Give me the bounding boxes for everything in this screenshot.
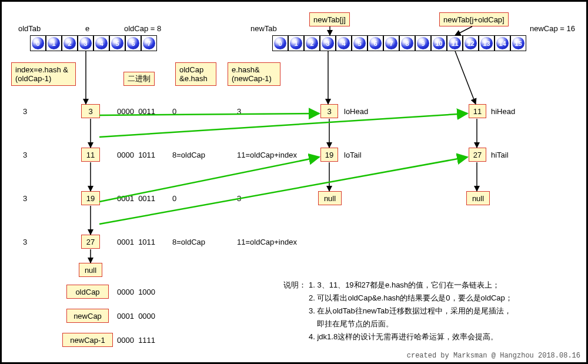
newtab-ball: 2 (306, 37, 318, 49)
box-binary: 二进制 (123, 72, 155, 86)
newtab-ball: 0 (274, 37, 286, 49)
note-line: 即挂在尾节点的后面。 (309, 319, 393, 329)
box-newcap-bottom: newCap (66, 309, 109, 323)
label-oldcap-bin: 0000 1000 (117, 288, 155, 296)
box-oldcap-bottom: oldCap (66, 285, 109, 299)
oldtab-bucket: 2 (62, 35, 78, 51)
newtab-bucket: 8 (399, 35, 415, 51)
oldtab-ball: 3 (79, 37, 92, 49)
note-line: 1. 3、11、19和27都是e.hash的值，它们在一条链表上； (309, 280, 500, 290)
oldtab-bucket: 4 (93, 35, 109, 51)
chain-new-result: 3 (237, 194, 241, 203)
newtab-bucket: 13 (479, 35, 495, 51)
label-hitail: hiTail (491, 151, 509, 159)
label-e: e (85, 24, 89, 33)
newtab-ball: 11 (449, 37, 461, 49)
box-ehash-newcap: e.hash& (newCap-1) (228, 62, 280, 86)
oldtab-ball: 1 (48, 37, 60, 49)
chain-index: 3 (23, 107, 27, 116)
oldtab-buckets: 01234567 (30, 35, 157, 51)
chain-oldcap-result: 8=oldCap (172, 238, 205, 246)
oldtab-bucket: 3 (78, 35, 93, 51)
oldtab-ball: 6 (127, 37, 139, 49)
label-lohead: loHead (344, 107, 368, 116)
newtab-bucket: 9 (415, 35, 431, 51)
newtab-bucket: 7 (383, 35, 399, 51)
box-newtab-j: newTab[j] (309, 12, 350, 26)
label-newtab: newTab (250, 24, 277, 33)
box-index-expr: index=e.hash &(oldCap-1) (11, 62, 76, 86)
hi-null: null (466, 191, 490, 205)
oldtab-bucket: 0 (30, 35, 46, 51)
note-line: 4. jdk1.8这样的设计无需再进行哈希运算，效率会提高。 (309, 332, 498, 342)
newtab-ball: 1 (290, 37, 302, 49)
newtab-bucket: 12 (463, 35, 479, 51)
chain-index: 3 (23, 194, 27, 203)
chain-index: 3 (23, 238, 27, 246)
svg-line-15 (99, 113, 467, 137)
oldtab-bucket: 5 (109, 35, 125, 51)
newtab-buckets: 0123456789101112131415 (272, 35, 526, 51)
chain-oldcap-result: 0 (172, 194, 176, 203)
chain-new-result: 11=oldCap+index (237, 151, 297, 159)
newtab-ball: 8 (401, 37, 413, 49)
label-hihead: hiHead (491, 107, 515, 116)
newtab-ball: 15 (512, 37, 524, 49)
newtab-ball: 3 (322, 37, 334, 49)
lo-null: null (318, 191, 342, 205)
oldtab-ball: 5 (111, 37, 123, 49)
oldtab-bucket: 6 (125, 35, 141, 51)
newtab-bucket: 14 (495, 35, 510, 51)
label-lotail: loTail (344, 151, 362, 159)
diagram-canvas: oldTab e oldCap = 8 newTab newTab[j] new… (0, 0, 588, 364)
chain-binary: 0000 0011 (117, 107, 155, 116)
chain-binary: 0000 1011 (117, 151, 155, 159)
chain-index: 3 (23, 151, 27, 159)
newtab-ball: 12 (465, 37, 477, 49)
newtab-bucket: 0 (272, 35, 288, 51)
note-line: 2. 可以看出oldCap&e.hash的结果要么是0，要么是oldCap； (309, 293, 513, 303)
hi-node-2: 27 (469, 148, 486, 162)
newtab-bucket: 10 (431, 35, 447, 51)
hi-node-1: 11 (469, 104, 486, 118)
chain-node: 27 (81, 235, 100, 249)
oldtab-ball: 2 (64, 37, 76, 49)
label-newcap-bin: 0001 0000 (117, 312, 155, 320)
chain-new-result: 3 (237, 107, 241, 116)
newtab-ball: 5 (353, 37, 366, 49)
chain-new-result: 11=oldCap+index (237, 238, 297, 246)
newtab-bucket: 11 (447, 35, 463, 51)
oldtab-bucket: 7 (141, 35, 157, 51)
newtab-bucket: 15 (510, 35, 526, 51)
svg-line-16 (99, 157, 467, 224)
box-oldcap-ehash: oldCap &e.hash (175, 62, 216, 86)
newtab-bucket: 6 (368, 35, 383, 51)
chain-node: 19 (81, 191, 100, 205)
chain-binary: 0001 0011 (117, 194, 155, 203)
newtab-ball: 4 (338, 37, 350, 49)
newtab-ball: 9 (417, 37, 429, 49)
oldtab-ball: 7 (143, 37, 155, 49)
newtab-bucket: 5 (352, 35, 368, 51)
newtab-ball: 6 (369, 37, 382, 49)
newtab-bucket: 3 (320, 35, 336, 51)
chain-null: null (79, 263, 102, 277)
chain-oldcap-result: 8=oldCap (172, 151, 205, 159)
label-oldcap: oldCap = 8 (124, 24, 161, 33)
box-newtab-j-oldcap: newTab[j+oldCap] (439, 12, 509, 26)
svg-line-9 (455, 26, 472, 35)
oldtab-bucket: 1 (46, 35, 62, 51)
newtab-bucket: 2 (304, 35, 320, 51)
label-newcapm1-bin: 0000 1111 (117, 336, 155, 345)
lo-node-1: 3 (320, 104, 338, 118)
newtab-ball: 13 (480, 37, 493, 49)
notes-title: 说明： (283, 280, 306, 290)
label-newcap: newCap = 16 (530, 24, 575, 33)
chain-node: 11 (81, 148, 100, 162)
oldtab-ball: 0 (32, 37, 44, 49)
footer-credit: created by Marksman @ Hangzhou 2018.08.1… (407, 352, 580, 360)
chain-binary: 0001 1011 (117, 238, 155, 246)
newtab-ball: 10 (433, 37, 445, 49)
chain-oldcap-result: 0 (172, 107, 176, 116)
chain-node: 3 (81, 104, 100, 118)
